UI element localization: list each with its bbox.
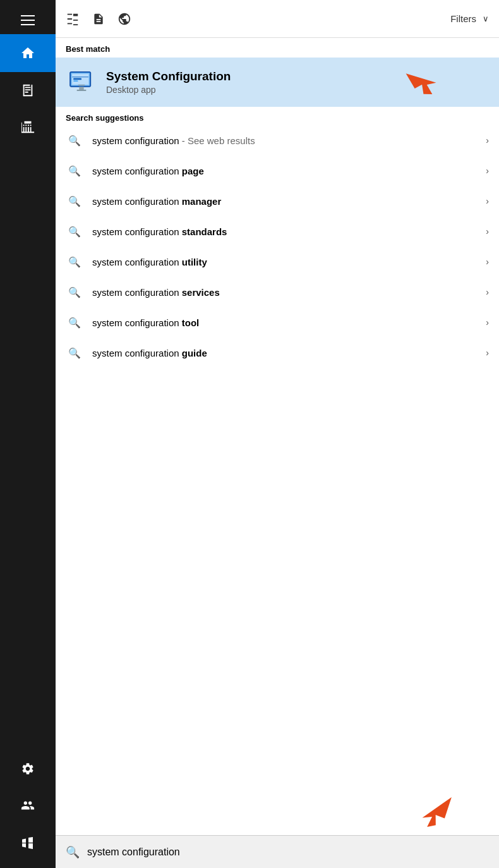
search-icon-7: 🔍 [66, 344, 83, 362]
system-config-icon [66, 66, 97, 98]
suggestion-item-0[interactable]: 🔍 system configuration - See web results… [56, 125, 499, 156]
svg-rect-14 [77, 90, 87, 91]
sidebar [0, 0, 56, 868]
suggestion-text-0: system configuration - See web results [92, 135, 481, 146]
hamburger-button[interactable] [0, 6, 56, 34]
suggestion-item-5[interactable]: 🔍 system configuration services › [56, 277, 499, 307]
toolbar: Filters ∨ [56, 0, 499, 38]
best-match-title: System Configuration [106, 70, 231, 83]
search-bar: 🔍 [56, 835, 499, 868]
suggestion-item-2[interactable]: 🔍 system configuration manager › [56, 186, 499, 216]
suggestion-text-1: system configuration page [92, 166, 481, 176]
building-icon [21, 120, 35, 134]
toolbar-icons [66, 12, 131, 26]
best-match-text: System Configuration Desktop app [106, 70, 231, 95]
suggestion-text-3: system configuration standards [92, 226, 481, 237]
suggestion-text-4: system configuration utility [92, 257, 481, 267]
svg-rect-3 [32, 85, 33, 96]
globe-icon[interactable] [117, 12, 131, 26]
svg-marker-16 [406, 65, 440, 100]
home-icon [20, 46, 35, 61]
suggestion-item-6[interactable]: 🔍 system configuration tool › [56, 307, 499, 338]
svg-rect-4 [25, 87, 30, 89]
filters-button[interactable]: Filters ∨ [450, 13, 489, 24]
best-match-item[interactable]: System Configuration Desktop app [56, 58, 499, 107]
suggestion-text-7: system configuration guide [92, 348, 481, 358]
filters-chevron: ∨ [483, 14, 489, 23]
filters-label: Filters [450, 13, 476, 24]
search-input[interactable] [87, 847, 489, 858]
document-icon [21, 83, 35, 97]
suggestion-text-5: system configuration services [92, 287, 481, 298]
sidebar-item-start[interactable] [0, 824, 56, 862]
chevron-icon-7: › [486, 348, 489, 358]
user-icon [21, 798, 35, 812]
suggestion-item-4[interactable]: 🔍 system configuration utility › [56, 247, 499, 277]
chevron-icon-4: › [486, 257, 489, 267]
search-suggestions-label: Search suggestions [56, 107, 499, 125]
chevron-icon-2: › [486, 196, 489, 206]
search-icon-6: 🔍 [66, 314, 83, 331]
search-icon-2: 🔍 [66, 192, 83, 210]
svg-rect-12 [73, 80, 78, 82]
hamburger-icon [21, 15, 35, 25]
suggestion-item-1[interactable]: 🔍 system configuration page › [56, 156, 499, 186]
svg-rect-6 [25, 92, 28, 93]
svg-rect-15 [78, 85, 85, 86]
chevron-icon-6: › [486, 317, 489, 327]
search-icon-0: 🔍 [66, 131, 83, 149]
search-icon-1: 🔍 [66, 162, 83, 180]
search-icon-3: 🔍 [66, 223, 83, 240]
sidebar-item-building[interactable] [0, 109, 56, 145]
sidebar-item-home[interactable] [0, 34, 56, 72]
windows-icon [20, 835, 35, 850]
svg-rect-5 [25, 89, 30, 90]
suggestion-text-6: system configuration tool [92, 317, 481, 328]
best-match-subtitle: Desktop app [106, 85, 231, 95]
sidebar-item-settings[interactable] [0, 750, 56, 787]
search-icon-5: 🔍 [66, 283, 83, 301]
sidebar-item-document[interactable] [0, 72, 56, 109]
main-panel: Filters ∨ Best match [56, 0, 499, 868]
search-bar-icon: 🔍 [66, 845, 80, 859]
arrow-annotation-top [398, 62, 448, 102]
chevron-icon-5: › [486, 287, 489, 297]
gear-icon [21, 762, 35, 776]
sidebar-bottom [0, 750, 56, 868]
suggestion-item-3[interactable]: 🔍 system configuration standards › [56, 216, 499, 247]
suggestions-list: 🔍 system configuration - See web results… [56, 125, 499, 368]
chevron-icon-3: › [486, 226, 489, 236]
svg-rect-13 [79, 87, 83, 90]
spacer [56, 368, 499, 835]
search-icon-4: 🔍 [66, 253, 83, 271]
sidebar-item-user[interactable] [0, 787, 56, 824]
suggestion-item-7[interactable]: 🔍 system configuration guide › [56, 338, 499, 368]
chevron-icon-1: › [486, 166, 489, 176]
chevron-icon-0: › [486, 135, 489, 145]
best-match-label: Best match [56, 38, 499, 58]
svg-rect-11 [73, 78, 81, 80]
svg-rect-2 [23, 95, 33, 96]
suggestion-text-2: system configuration manager [92, 196, 481, 207]
svg-rect-1 [23, 85, 25, 96]
document-tab-icon[interactable] [92, 12, 105, 26]
grid-view-icon[interactable] [66, 12, 80, 26]
